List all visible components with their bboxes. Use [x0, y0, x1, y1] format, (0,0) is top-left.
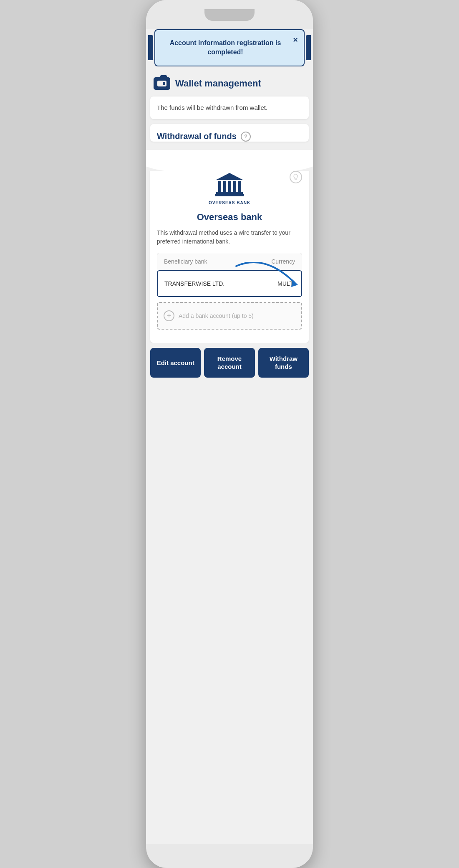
- bank-logo-area: OVERSEAS BANK: [157, 171, 302, 205]
- wallet-icon-inner: [157, 81, 166, 86]
- withdrawal-title: Withdrawal of funds: [157, 132, 237, 141]
- add-account-row[interactable]: + Add a bank account (up to 5): [157, 302, 302, 330]
- lightbulb-icon[interactable]: [290, 171, 302, 183]
- phone-notch: [204, 9, 255, 21]
- bank-label: OVERSEAS BANK: [209, 201, 250, 205]
- notification-text: Account information registration is comp…: [164, 38, 287, 57]
- svg-marker-0: [216, 173, 243, 180]
- banner-left-accent: [148, 35, 153, 60]
- col-beneficiary-bank: Beneficiary bank: [164, 258, 207, 265]
- phone-frame: × Account information registration is co…: [146, 0, 313, 868]
- edit-account-button[interactable]: Edit account: [150, 348, 201, 378]
- svg-rect-4: [233, 181, 236, 192]
- close-icon[interactable]: ×: [293, 35, 298, 45]
- info-box: The funds will be withdrawn from wallet.: [150, 96, 309, 119]
- curved-arrow-icon: [232, 262, 299, 291]
- withdraw-funds-button[interactable]: Withdraw funds: [258, 348, 309, 378]
- withdrawal-header: Withdrawal of funds ?: [157, 132, 302, 142]
- account-bank-name: TRANSFERWISE LTD.: [164, 280, 224, 287]
- svg-rect-1: [218, 181, 221, 192]
- wallet-section-header: Wallet management: [146, 71, 313, 96]
- curve-separator: [146, 150, 313, 171]
- bank-full-section: OVERSEAS BANK Overseas bank This withdra…: [150, 171, 309, 343]
- svg-rect-6: [216, 192, 243, 194]
- svg-rect-2: [223, 181, 226, 192]
- add-circle-icon: +: [164, 310, 174, 321]
- bank-building-icon: [215, 171, 244, 198]
- svg-rect-7: [215, 194, 244, 196]
- screen: × Account information registration is co…: [146, 29, 313, 844]
- notification-banner: × Account information registration is co…: [154, 29, 305, 66]
- action-buttons: Edit account Remove account Withdraw fun…: [146, 343, 313, 386]
- phone-top: [146, 0, 313, 25]
- bank-description: This withdrawal method uses a wire trans…: [157, 228, 302, 246]
- notification-banner-wrapper: × Account information registration is co…: [148, 29, 311, 66]
- table-section: Beneficiary bank Currency TRANSFERWISE L…: [157, 253, 302, 330]
- info-box-text: The funds will be withdrawn from wallet.: [157, 104, 267, 111]
- withdrawal-section: Withdrawal of funds ?: [150, 124, 309, 142]
- bank-name: Overseas bank: [157, 212, 302, 223]
- help-icon[interactable]: ?: [241, 132, 251, 142]
- remove-account-button[interactable]: Remove account: [204, 348, 255, 378]
- banner-right-accent: [306, 35, 311, 60]
- add-account-text: Add a bank account (up to 5): [179, 312, 254, 319]
- svg-rect-5: [238, 181, 241, 192]
- wallet-icon: [154, 77, 170, 90]
- wallet-title: Wallet management: [175, 78, 261, 89]
- svg-rect-3: [228, 181, 231, 192]
